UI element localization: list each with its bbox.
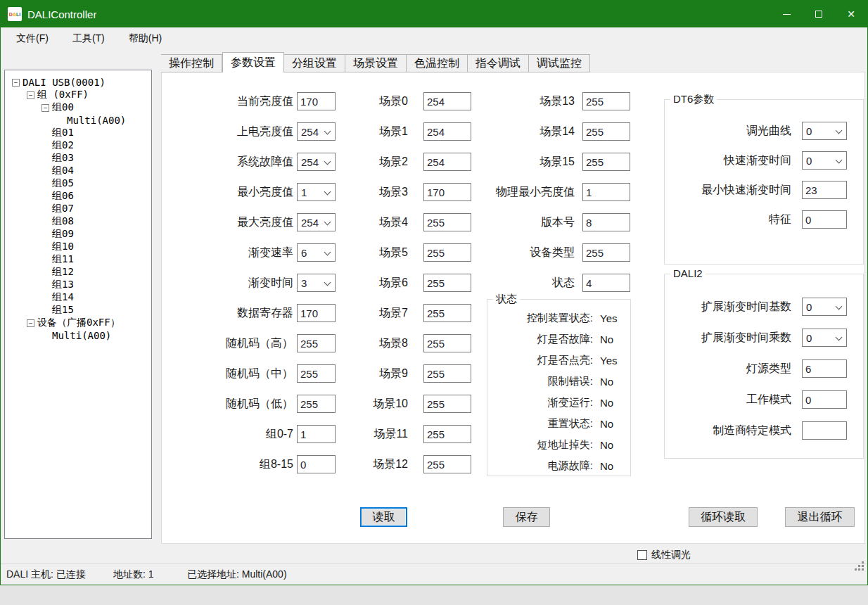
tree-item[interactable]: − 组00 — [5, 101, 151, 114]
tree-expand-slot: − — [27, 319, 37, 327]
minimize-button[interactable] — [770, 1, 803, 27]
collapse-icon[interactable]: − — [27, 319, 34, 327]
param-row: 工作模式 0 — [665, 390, 863, 409]
tree-item[interactable]: − Multi(A00) — [5, 114, 151, 127]
linear-dimming-checkbox[interactable]: 线性调光 — [637, 549, 691, 561]
tree-item[interactable]: − 设备（广播0xFF） — [5, 317, 151, 329]
loop-read-button[interactable]: 循环读取 — [689, 507, 758, 527]
param-row: 组0-7 1 — [169, 425, 336, 443]
param-input[interactable] — [297, 92, 336, 110]
param-dropdown[interactable]: 254 — [297, 122, 336, 141]
param-input[interactable] — [582, 122, 630, 141]
param-input[interactable] — [582, 92, 630, 110]
checkbox-icon[interactable] — [637, 550, 647, 560]
param-input[interactable] — [297, 334, 336, 352]
collapse-icon[interactable]: − — [12, 79, 20, 87]
exit-loop-button[interactable]: 退出循环 — [785, 507, 855, 527]
param-label: 渐变时间 — [169, 276, 293, 291]
status-label: 渐变运行: — [487, 396, 593, 409]
collapse-icon[interactable]: − — [27, 91, 34, 99]
tree-item[interactable]: − 组10 — [5, 241, 151, 253]
param-dropdown[interactable]: 0 — [802, 329, 847, 347]
param-dropdown[interactable]: 254 — [297, 153, 336, 171]
save-button[interactable]: 保存 — [503, 507, 550, 527]
tree-item[interactable]: − 组15 — [5, 304, 151, 317]
param-row: 组8-15 0 — [169, 455, 336, 473]
param-label: 场景13 — [464, 94, 575, 109]
app-window: DALI DALIController ✕ 文件(F)工具(T)帮助(H) − … — [0, 0, 868, 585]
scene-input[interactable] — [423, 334, 471, 352]
read-button[interactable]: 读取 — [360, 507, 407, 527]
param-input[interactable] — [582, 213, 630, 231]
tree-expand-slot: − — [42, 104, 52, 112]
param-input[interactable] — [582, 243, 630, 262]
tree-item[interactable]: − 组08 — [5, 215, 151, 228]
parameter-settings-page: 当前亮度值 170 上电亮度值 254 系统故障值 254 最小 — [161, 72, 865, 544]
param-row: 最小快速渐变时间 23 — [665, 181, 863, 199]
tree-item[interactable]: − 组05 — [5, 177, 151, 190]
param-dropdown[interactable]: 254 — [297, 213, 336, 231]
tree-item[interactable]: − 组07 — [5, 203, 151, 215]
tab[interactable]: 参数设置 — [222, 52, 284, 72]
param-label: 最大亮度值 — [169, 215, 293, 230]
param-input[interactable] — [802, 359, 847, 378]
param-input[interactable] — [582, 274, 630, 292]
param-input[interactable] — [297, 455, 336, 473]
resize-grip-icon[interactable] — [862, 568, 864, 571]
param-input[interactable] — [802, 421, 847, 440]
maximize-button[interactable] — [803, 1, 835, 27]
param-input[interactable] — [297, 364, 336, 383]
param-input[interactable] — [802, 210, 847, 229]
tree-item[interactable]: − 组06 — [5, 190, 151, 203]
scene-row: 场景0 254 — [352, 92, 471, 110]
tab[interactable]: 场景设置 — [345, 54, 407, 72]
tree-item[interactable]: − Multi(A00) — [5, 329, 151, 342]
menu-item[interactable]: 帮助(H) — [129, 32, 162, 45]
scene-row: 场景8 255 — [352, 334, 471, 352]
window-controls: ✕ — [770, 1, 867, 27]
tree-item[interactable]: − DALI USB(0001) — [5, 76, 151, 89]
scene-input[interactable] — [423, 364, 471, 383]
scene-input[interactable] — [423, 455, 471, 473]
device-tree[interactable]: − DALI USB(0001) − 组 (0xFF) − 组00 − Mult… — [4, 70, 152, 539]
tree-item[interactable]: − 组12 — [5, 266, 151, 279]
param-dropdown[interactable]: 6 — [297, 243, 336, 262]
param-label: 最小亮度值 — [169, 185, 293, 200]
scene-input[interactable] — [423, 304, 471, 322]
param-dropdown[interactable]: 0 — [802, 151, 847, 170]
tab[interactable]: 操作控制 — [161, 54, 222, 72]
tree-item[interactable]: − 组03 — [5, 152, 151, 165]
tree-item[interactable]: − 组13 — [5, 279, 151, 291]
tab-label: 色温控制 — [414, 56, 459, 71]
param-input[interactable] — [582, 183, 630, 201]
param-dropdown[interactable]: 0 — [802, 122, 847, 140]
tree-item[interactable]: − 组11 — [5, 253, 151, 266]
scene-input[interactable] — [423, 425, 471, 443]
param-input[interactable] — [297, 304, 336, 322]
param-input[interactable] — [297, 425, 336, 443]
tree-item[interactable]: − 组09 — [5, 228, 151, 241]
tab[interactable]: 指令调试 — [468, 54, 529, 72]
collapse-icon[interactable]: − — [42, 104, 49, 112]
param-input[interactable] — [802, 181, 847, 199]
param-dropdown[interactable]: 0 — [802, 298, 847, 316]
tree-item[interactable]: − 组01 — [5, 127, 151, 139]
param-input[interactable] — [297, 395, 336, 413]
param-input[interactable] — [802, 390, 847, 409]
param-dropdown[interactable]: 1 — [297, 183, 336, 201]
tab[interactable]: 分组设置 — [284, 54, 345, 72]
menu-item[interactable]: 文件(F) — [16, 32, 49, 45]
tab[interactable]: 色温控制 — [407, 54, 468, 72]
close-button[interactable]: ✕ — [835, 1, 867, 27]
param-input[interactable] — [582, 153, 630, 171]
tree-item[interactable]: − 组02 — [5, 139, 151, 152]
param-label: 随机码（低） — [169, 397, 293, 412]
status-row: 灯是否点亮: Yes — [487, 352, 630, 369]
scene-input[interactable] — [423, 395, 471, 413]
tree-item[interactable]: − 组 (0xFF) — [5, 89, 151, 101]
param-dropdown[interactable]: 3 — [297, 274, 336, 292]
tab[interactable]: 调试监控 — [529, 54, 590, 72]
tree-item[interactable]: − 组14 — [5, 291, 151, 304]
menu-item[interactable]: 工具(T) — [72, 32, 105, 45]
tree-item[interactable]: − 组04 — [5, 165, 151, 177]
